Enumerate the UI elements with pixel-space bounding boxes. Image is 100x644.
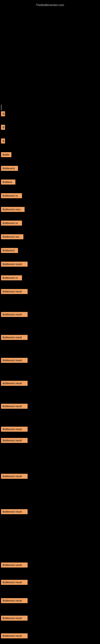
bottleneck-label: Bottleneck result	[1, 312, 28, 317]
bottleneck-label: Bottleneck resu	[1, 207, 25, 212]
bottleneck-item: Bottleneck result	[1, 438, 28, 443]
bottleneck-item: Bottleneck result	[1, 598, 28, 603]
bottleneck-item: Bottleneck res	[1, 234, 23, 239]
bottleneck-label: Bottleneck result	[1, 438, 28, 443]
bottleneck-item: B	[1, 138, 5, 144]
bottleneck-label: Bottleneck result	[1, 616, 28, 621]
bottleneck-label: Bottleneck res	[1, 234, 23, 239]
bottleneck-label: Bottleneck result	[1, 474, 28, 479]
bottleneck-item: B	[1, 125, 5, 130]
bottleneck-label: Bottleneck	[1, 248, 18, 253]
bottleneck-label: Bottleneck re	[1, 275, 22, 280]
bottleneck-item: Bottleneck result	[1, 616, 28, 621]
page-wrapper: TheBottlenecker.com BBBBottleBottleneckB…	[0, 0, 100, 644]
bottleneck-item: Bottle	[1, 152, 11, 157]
bottleneck-item: Bottleneck result	[1, 381, 28, 386]
bottleneck-item: Bottleneck result	[1, 427, 28, 432]
bottleneck-item: Bottlene	[1, 180, 15, 184]
bottleneck-label: Bottleneck result	[1, 427, 28, 432]
bottleneck-label: Bottleneck result	[1, 598, 28, 603]
bottleneck-label: Bottleneck result	[1, 289, 28, 294]
bottleneck-label: B	[1, 125, 5, 130]
bottleneck-item: Bottleneck result	[1, 312, 28, 317]
bottleneck-item: Bottleneck resu	[1, 207, 25, 212]
bottleneck-label: B	[1, 138, 5, 144]
bottleneck-label: Bottleneck	[1, 166, 18, 171]
bottleneck-label: Bottlene	[1, 180, 15, 184]
bottleneck-label: Bottleneck result	[1, 562, 28, 568]
bottleneck-item: Bottleneck	[1, 166, 18, 171]
bottleneck-label: Bottleneck result	[1, 580, 28, 585]
bottleneck-item: Bottleneck result	[1, 404, 28, 409]
bottleneck-item: Bottleneck re	[1, 193, 22, 198]
bottleneck-label: Bottleneck re	[1, 193, 22, 198]
bottleneck-item: Bottleneck result	[1, 358, 28, 363]
bottleneck-label: Bottleneck result	[1, 404, 28, 409]
bottleneck-item: Bottleneck result	[1, 335, 28, 340]
cursor-indicator	[1, 105, 1, 110]
bottleneck-label: Bottle	[1, 152, 11, 157]
bottleneck-item: Bottleneck re	[1, 220, 22, 226]
bottleneck-item: Bottleneck result	[1, 289, 28, 294]
bottleneck-item: Bottleneck result	[1, 562, 28, 568]
bottleneck-label: Bottleneck result	[1, 335, 28, 340]
bottleneck-item: Bottleneck result	[1, 580, 28, 585]
bottleneck-label: Bottleneck result	[1, 262, 28, 267]
bottleneck-label: Bottleneck result	[1, 358, 28, 363]
bottleneck-label: Bottleneck result	[1, 633, 28, 638]
bottleneck-item: Bottleneck result	[1, 474, 28, 479]
bottleneck-item: B	[1, 111, 5, 116]
bottleneck-label: B	[1, 111, 5, 116]
bottleneck-label: Bottleneck result	[1, 509, 28, 514]
bottleneck-label: Bottleneck result	[1, 381, 28, 386]
bottleneck-item: Bottleneck result	[1, 633, 28, 638]
bottleneck-label: Bottleneck re	[1, 220, 22, 226]
bottleneck-item: Bottleneck result	[1, 262, 28, 267]
bottleneck-item: Bottleneck result	[1, 509, 28, 514]
bottleneck-item: Bottleneck	[1, 248, 18, 253]
bottleneck-item: Bottleneck re	[1, 275, 22, 280]
